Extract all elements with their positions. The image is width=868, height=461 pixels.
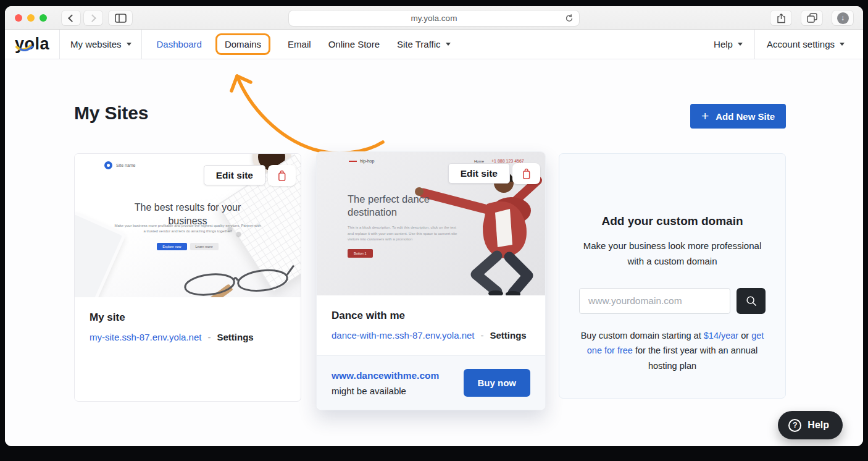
custom-domain-title: Add your custom domain <box>559 214 785 228</box>
trash-icon <box>276 169 288 182</box>
site-preview-thumbnail[interactable]: Site name The best results for your busi… <box>75 154 301 297</box>
sidebar-icon <box>115 14 127 23</box>
plus-icon: + <box>701 109 709 122</box>
browser-toolbar: my.yola.com ↓ <box>5 6 863 30</box>
site-settings-link[interactable]: Settings <box>217 332 253 342</box>
back-button[interactable] <box>62 11 80 25</box>
nav-email[interactable]: Email <box>288 39 311 49</box>
edit-site-label: Edit site <box>461 168 498 179</box>
account-settings-label: Account settings <box>767 39 835 49</box>
domain-availability-note: might be available <box>332 386 439 396</box>
tab-overview-button[interactable] <box>801 11 822 25</box>
nav-email-label: Email <box>288 39 311 49</box>
preview-site-name: Site name <box>116 163 136 167</box>
toolbar-right-group: ↓ <box>770 11 853 25</box>
nav-dashboard[interactable]: Dashboard <box>157 39 202 49</box>
site-card-title: Dance with me <box>332 310 530 322</box>
sidebar-toggle-button[interactable] <box>109 11 132 25</box>
suggested-domain-link[interactable]: www.dancewithme.com <box>332 370 439 381</box>
nav-dashboard-label: Dashboard <box>157 39 202 49</box>
close-window-button[interactable] <box>15 14 22 22</box>
price-link[interactable]: $14/year <box>704 331 738 340</box>
preview-button: Button 1 <box>348 249 373 258</box>
browser-window: my.yola.com ↓ <box>5 6 863 446</box>
preview-logo-text: hip-hop <box>360 159 374 163</box>
nav-online-store-label: Online Store <box>328 39 380 49</box>
nav-site-traffic[interactable]: Site Traffic <box>397 39 451 49</box>
my-websites-dropdown[interactable]: My websites <box>60 39 141 49</box>
chevron-down-icon <box>840 43 845 46</box>
delete-site-button[interactable] <box>268 165 296 186</box>
back-icon <box>68 14 76 22</box>
account-settings-dropdown[interactable]: Account settings <box>767 39 845 49</box>
chevron-down-icon <box>738 43 743 46</box>
nav-domains-label: Domains <box>225 39 261 49</box>
nav-site-traffic-label: Site Traffic <box>397 39 441 49</box>
header-divider <box>141 30 142 59</box>
main-content: My Sites + Add New Site <box>5 59 863 446</box>
separator: - <box>207 332 211 342</box>
zoom-window-button[interactable] <box>40 14 47 22</box>
trash-icon <box>520 167 533 180</box>
share-icon <box>777 13 786 23</box>
nav-online-store[interactable]: Online Store <box>328 39 380 49</box>
site-preview-thumbnail[interactable]: hip-hop Home +1 888 123 4567 <box>317 152 545 295</box>
custom-domain-subtitle: Make your business look more professiona… <box>582 239 763 269</box>
custom-domain-card: Add your custom domain Make your busines… <box>559 153 786 399</box>
pricing-note-text: for the first year with an annual hostin… <box>633 345 757 371</box>
search-icon <box>745 295 757 307</box>
address-bar-url: my.yola.com <box>411 14 457 23</box>
page-title: My Sites <box>74 103 148 124</box>
header-divider <box>754 30 755 59</box>
edit-site-button[interactable]: Edit site <box>448 163 510 184</box>
site-url-link[interactable]: my-site.ssh-87.env.yola.net <box>90 332 201 342</box>
delete-site-button[interactable] <box>512 163 540 184</box>
site-url-link[interactable]: dance-with-me.ssh-87.env.yola.net <box>332 330 475 340</box>
reload-icon[interactable] <box>565 14 574 23</box>
separator: - <box>481 330 484 340</box>
minimize-window-button[interactable] <box>27 14 35 22</box>
preview-headline: The perfect dance destination <box>348 193 456 219</box>
edit-site-button[interactable]: Edit site <box>204 165 265 185</box>
buy-now-button[interactable]: Buy now <box>464 369 531 397</box>
preview-body-text: This is a block description. To edit thi… <box>348 225 457 243</box>
app-header: yola My websites Dashboard Domains Email… <box>5 30 863 59</box>
share-button[interactable] <box>770 11 791 25</box>
domain-search-button[interactable] <box>737 288 766 314</box>
help-dropdown[interactable]: Help <box>714 39 743 49</box>
site-card-dance-with-me: hip-hop Home +1 888 123 4567 <box>316 151 546 410</box>
preview-logo-icon <box>349 161 357 162</box>
address-bar[interactable]: my.yola.com <box>289 11 579 26</box>
help-widget-button[interactable]: ? Help <box>778 411 843 439</box>
preview-body-text: Make your business more profitable and p… <box>114 223 261 235</box>
edit-site-label: Edit site <box>216 170 253 181</box>
traffic-lights <box>15 14 47 22</box>
preview-site-logo-icon <box>104 161 112 169</box>
nav-domains-highlighted[interactable]: Domains <box>215 33 270 55</box>
site-card-my-site: Site name The best results for your busi… <box>74 153 301 402</box>
downloads-button[interactable]: ↓ <box>832 11 853 25</box>
my-websites-label: My websites <box>70 39 122 49</box>
site-card-title: My site <box>90 311 286 324</box>
preview-primary-button: Explore now <box>157 243 186 250</box>
site-settings-link[interactable]: Settings <box>490 330 527 340</box>
add-new-site-button[interactable]: + Add New Site <box>690 104 786 129</box>
buy-now-label: Buy now <box>478 378 517 388</box>
pricing-note-text: or <box>738 331 751 340</box>
domain-pricing-note: Buy custom domain starting at $14/year o… <box>578 328 767 374</box>
forward-button[interactable] <box>84 11 102 25</box>
domain-search-input[interactable] <box>579 288 730 314</box>
add-new-site-label: Add New Site <box>716 111 775 122</box>
help-dropdown-label: Help <box>714 39 733 49</box>
chevron-down-icon <box>446 43 451 46</box>
help-widget-label: Help <box>807 420 829 431</box>
preview-photo-decoration <box>177 257 298 297</box>
download-icon: ↓ <box>837 12 849 24</box>
chevron-down-icon <box>127 43 131 46</box>
yola-logo[interactable]: yola <box>5 35 59 54</box>
question-mark-icon: ? <box>788 419 801 432</box>
domain-offer-panel: www.dancewithme.com might be available B… <box>317 355 545 410</box>
pricing-note-text: Buy custom domain starting at <box>581 331 704 340</box>
yola-logo-swash-icon <box>15 44 34 51</box>
preview-secondary-button: Learn more <box>190 243 219 250</box>
